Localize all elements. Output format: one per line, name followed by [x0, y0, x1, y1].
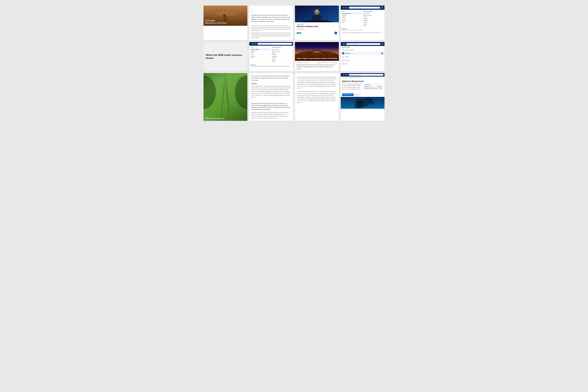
nav2-col-right: Grants & Funding Get Connected NSW First… — [272, 47, 292, 62]
svg-point-12 — [330, 10, 330, 10]
nav-link-insights[interactable]: Insights — [342, 16, 362, 18]
sug-item-business[interactable]: Business Support — [341, 48, 384, 52]
scroll-arrow-icon: ▲ — [251, 7, 252, 10]
sug-item-newsroom[interactable]: Newsroom — [341, 58, 384, 62]
nav-link-directory[interactable]: Directory — [363, 23, 383, 25]
quick-link-content-library[interactable]: Content Library — [342, 30, 348, 30]
grant-open-badge: OPEN — [297, 32, 301, 34]
nav-close-btn[interactable]: ✕ — [381, 6, 383, 9]
svg-point-11 — [305, 10, 306, 10]
conscious-image: Itinerary Conscious Travel Itinerary — [204, 73, 247, 121]
fund-search-text: What are you looking for? — [350, 74, 360, 75]
svg-point-10 — [326, 6, 327, 6]
svg-rect-5 — [224, 15, 225, 16]
vivid-published: Published February 28, 2023 — [297, 62, 309, 63]
svg-rect-4 — [224, 15, 225, 16]
nav2-quick: Quick links Find out about funding oppor… — [249, 63, 293, 68]
nav2-search-icon: 🔍 — [258, 43, 260, 44]
date-label-2: Application Closes Midnight AEST — [364, 88, 378, 89]
main-layout: Campaign Welcome to Feel New ▲ “ Now Syd… — [204, 6, 384, 121]
nav-link-sell-nsw[interactable]: Sell NSW — [363, 18, 383, 20]
nav2-marketing[interactable]: Marketing — [251, 50, 270, 52]
nav-link-events[interactable]: Events — [342, 18, 362, 20]
nav2-training[interactable]: Training — [272, 52, 292, 54]
nav2-home[interactable]: Home — [251, 47, 270, 48]
fund-search[interactable]: What are you looking for? — [349, 74, 383, 76]
fund-right-col: KEY DATES Application Open 02/01/2023 Ap… — [363, 83, 383, 91]
sug-close-btn[interactable]: ✕ — [381, 43, 383, 45]
quick-link-media-centre[interactable]: Media Centre — [350, 30, 355, 30]
nav2-sell-nsw[interactable]: Sell NSW — [272, 54, 292, 56]
date-value-2: By Dec — [379, 88, 382, 89]
nav2-grid: Home Business Support Marketing Insights… — [249, 46, 293, 63]
nav2-our-sites[interactable]: Our Sites — [272, 57, 292, 59]
grant-svg — [295, 6, 339, 22]
nav2-see-all[interactable]: SEE ALL — [272, 61, 292, 62]
nav2-business-support[interactable]: Business Support — [251, 48, 270, 50]
nav-link-nsw-first[interactable]: NSW First Program — [363, 14, 383, 16]
nav-link-get-connected[interactable]: Get Connected — [363, 13, 383, 14]
nav-col-left: Home Business Support Marketing Insights… — [342, 11, 362, 26]
nav2-logo: NSW — [250, 44, 257, 44]
sug-item-insights[interactable]: Insights — [341, 55, 384, 58]
nav-link-home[interactable]: Home — [342, 11, 362, 13]
sug-item-about[interactable]: About — [341, 62, 384, 66]
nav-link-about[interactable]: About — [342, 22, 362, 23]
sug-dot-yellow — [343, 44, 344, 44]
fund-description: This fund is available to businesses bas… — [342, 83, 362, 90]
underwater-svg — [341, 97, 384, 109]
nav-see-all[interactable]: SEE ALL — [363, 25, 383, 26]
sug-close-icon: ✕ — [382, 43, 383, 45]
suggestions-search-bar[interactable]: What are you looking for? — [346, 43, 380, 45]
nav2-header: NSW 🔍 What are you looking for? — [249, 42, 293, 46]
nav2-search-bar[interactable]: 🔍 What are you looking for? — [258, 43, 292, 45]
vivid-image: Shine a light on your business during Vi… — [295, 42, 339, 61]
nav-link-our-sites[interactable]: Our Sites — [363, 22, 383, 23]
conscious-badge: Itinerary Conscious Travel Itinerary — [205, 117, 224, 120]
fund-breadcrumb: Business Support › Business Support › Fi… — [341, 76, 384, 79]
cat-label: Category — [317, 62, 321, 63]
sug-text-newsroom: Newsroom — [345, 60, 383, 61]
nav2-panel: NSW 🔍 What are you looking for? Home Bus… — [249, 42, 293, 71]
nav2-get-connected[interactable]: Get Connected — [272, 48, 292, 50]
fund-underwater-image — [341, 97, 384, 109]
date-label-1: Application Open — [364, 86, 371, 87]
nav2-newsroom[interactable]: Newsroom — [251, 56, 270, 57]
nav2-signposting[interactable]: Signposting — [272, 56, 292, 58]
grant-body: Tourism Grant Refresh & Renew Fund Appli… — [295, 22, 339, 36]
published-label: Published — [297, 62, 301, 63]
sug-text-business: Business Support — [345, 49, 383, 50]
nav2-directory[interactable]: Directory — [272, 59, 292, 61]
sug-item-marketing[interactable]: Marketing ▶ — [341, 52, 384, 55]
campaign-panel: Campaign Welcome to Feel New — [204, 6, 247, 40]
nav-link-signposting[interactable]: Signposting — [363, 20, 383, 22]
fund-dot-r — [342, 74, 343, 75]
nav-link-business-support[interactable]: Business Support — [342, 13, 362, 14]
conscious-title: Conscious Travel Itinerary — [205, 118, 224, 120]
nav-col-right: Grants & Funding Get Connected NSW First… — [363, 11, 383, 26]
conscious-type: Itinerary — [205, 117, 224, 118]
nav-link-newsroom[interactable]: Newsroom — [342, 20, 362, 22]
nav-search-bar[interactable]: 🔍 What are you looking for? — [349, 7, 380, 9]
nav2-about[interactable]: About — [251, 57, 270, 59]
nav-link-marketing[interactable]: Marketing — [342, 14, 362, 16]
grant-status: Application open — [297, 28, 337, 30]
suggestions-label: SUGGESTIONS — [341, 46, 384, 48]
nsw-gov-label: NSW — [346, 7, 348, 8]
nav2-insights[interactable]: Insights — [251, 52, 270, 54]
search-icon: 🔍 — [350, 7, 351, 8]
apply-fund-button[interactable]: Apply for this fund — [342, 94, 354, 96]
svg-point-17 — [302, 44, 302, 45]
grant-arrow-button[interactable]: › — [334, 32, 337, 34]
share-label: Share — [356, 94, 358, 95]
nav-link-training[interactable]: Training — [363, 16, 383, 18]
share-fund-button[interactable]: Share ⤴ — [354, 94, 360, 96]
published-date: February 28, 2023 — [301, 62, 309, 63]
svg-point-9 — [309, 7, 309, 7]
nsw-nav-panel: NSW 🔍 What are you looking for? ✕ Home B… — [341, 6, 384, 40]
nav2-events[interactable]: Events — [251, 54, 270, 56]
quick-link-resources-hub[interactable]: Resources Hub — [356, 30, 362, 30]
svg-point-13 — [312, 15, 322, 20]
scroll-top-area: ▲ — [251, 7, 292, 10]
nav2-nsw-first[interactable]: NSW First Program — [272, 50, 292, 52]
